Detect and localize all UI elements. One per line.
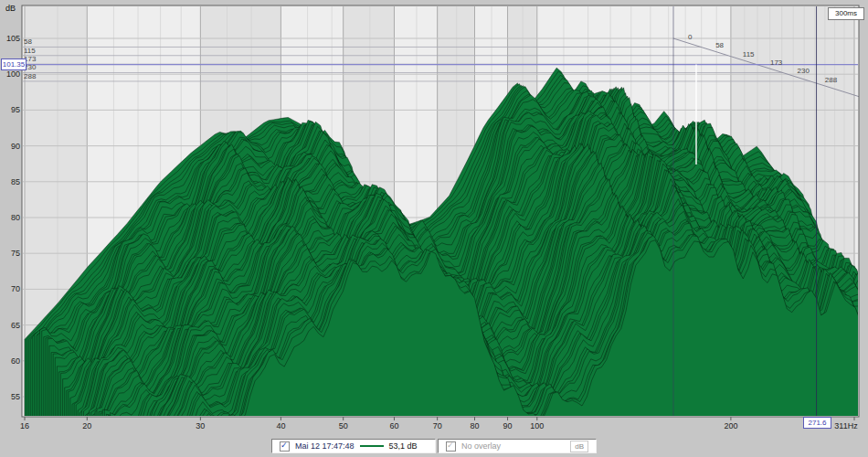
measurement-legend-panel[interactable]: Mai 12 17:47:48 53,1 dB xyxy=(271,439,436,453)
overlay-legend-panel[interactable]: No overlay dB xyxy=(438,439,597,453)
measurement-checkbox[interactable] xyxy=(280,441,290,452)
db-axis-label: dB xyxy=(5,4,16,13)
series-color-swatch xyxy=(360,445,384,447)
legend-bar: Mai 12 17:47:48 53,1 dB No overlay dB xyxy=(0,437,868,455)
waterfall-plot[interactable] xyxy=(0,0,868,437)
time-range-label: 300ms xyxy=(828,7,864,20)
cursor-level-value: 53,1 dB xyxy=(389,441,418,451)
overlay-checkbox[interactable] xyxy=(446,441,456,452)
waterfall-window: 1051009590858075706560551620304050607080… xyxy=(0,0,868,457)
measurement-date-label: Mai 12 17:47:48 xyxy=(295,441,355,451)
freq-cursor-readout[interactable]: 271.6 xyxy=(803,417,831,429)
unit-selector[interactable]: dB xyxy=(570,441,588,452)
level-cursor-readout[interactable]: 101.35 xyxy=(1,58,26,70)
overlay-label: No overlay xyxy=(461,441,501,451)
